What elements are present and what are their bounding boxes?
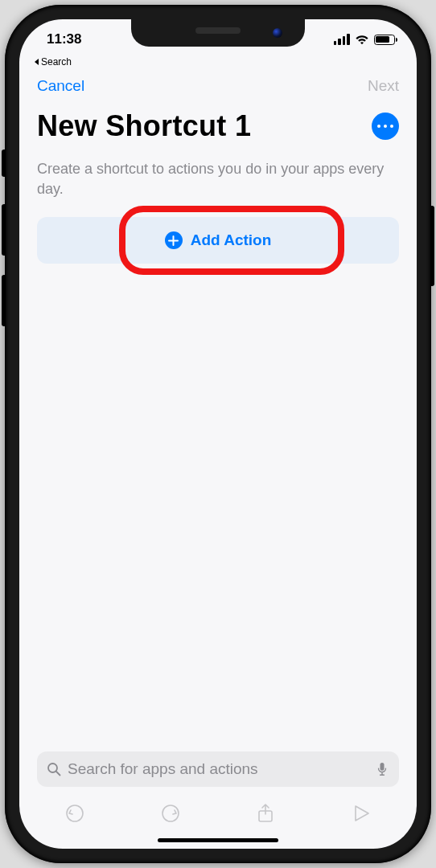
cancel-button[interactable]: Cancel — [37, 77, 84, 95]
svg-rect-2 — [380, 763, 384, 771]
page-subtitle: Create a shortcut to actions you do in y… — [19, 148, 417, 209]
svg-line-1 — [56, 772, 60, 776]
next-button[interactable]: Next — [368, 77, 399, 95]
cellular-signal-icon — [334, 34, 350, 45]
search-placeholder: Search for apps and actions — [68, 760, 368, 778]
add-action-label: Add Action — [191, 231, 272, 249]
run-button[interactable] — [342, 801, 380, 825]
device-notch — [131, 19, 305, 47]
screen: 11:38 Search Cancel Next — [19, 19, 417, 849]
home-indicator[interactable] — [158, 838, 278, 842]
battery-icon — [374, 35, 398, 45]
share-button[interactable] — [246, 801, 285, 825]
plus-circle-icon — [165, 231, 183, 249]
svg-point-0 — [48, 764, 57, 772]
nav-bar: Cancel Next — [19, 68, 417, 101]
search-icon — [47, 762, 61, 776]
back-crumb-label: Search — [41, 56, 72, 68]
add-action-container: Add Action — [37, 217, 399, 264]
page-title: New Shortcut 1 — [37, 109, 251, 143]
right-side-buttons — [430, 206, 434, 305]
microphone-icon[interactable] — [375, 762, 389, 776]
status-time: 11:38 — [47, 27, 81, 47]
more-options-button[interactable] — [372, 113, 399, 140]
left-side-buttons — [2, 149, 6, 346]
search-input[interactable]: Search for apps and actions — [37, 751, 399, 787]
back-to-search-crumb[interactable]: Search — [19, 55, 417, 68]
wifi-icon — [355, 35, 369, 45]
ellipsis-icon — [377, 125, 381, 129]
undo-button[interactable] — [56, 801, 94, 825]
device-frame: 11:38 Search Cancel Next — [5, 5, 431, 863]
redo-button[interactable] — [151, 801, 190, 825]
add-action-button[interactable]: Add Action — [37, 217, 399, 264]
bottom-toolbar — [19, 787, 417, 830]
title-row: New Shortcut 1 — [19, 101, 417, 148]
